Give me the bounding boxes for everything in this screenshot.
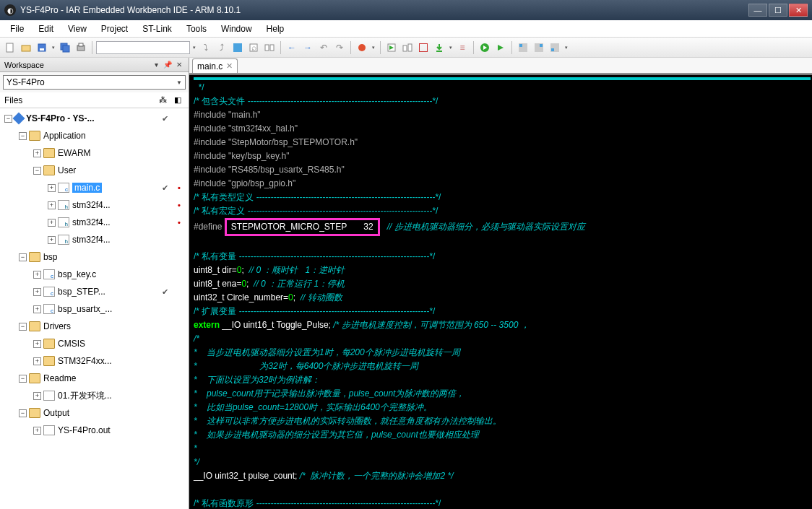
tree-expander[interactable]: −: [19, 253, 27, 261]
panel-pin-button[interactable]: 📌: [163, 60, 173, 70]
tree-row[interactable]: +STM32F4xx...: [0, 352, 189, 370]
toggle-breakpoint-button[interactable]: [355, 40, 369, 55]
tree-expander[interactable]: −: [19, 375, 27, 383]
tree-row[interactable]: −User: [0, 162, 189, 179]
compile-button[interactable]: [384, 40, 399, 55]
tree-row[interactable]: +main.c✔•: [0, 179, 189, 196]
tree-expander[interactable]: +: [33, 149, 41, 157]
view-dropdown[interactable]: ▾: [563, 40, 569, 55]
save-button[interactable]: [35, 40, 49, 55]
find-next-button[interactable]: ⤵: [199, 40, 213, 55]
save-all-button[interactable]: [58, 40, 72, 55]
toggle-bookmark-button[interactable]: [230, 40, 245, 55]
tree-row[interactable]: −Drivers: [0, 318, 189, 335]
tree-status-cell: [158, 129, 171, 142]
tree-row[interactable]: +stm32f4...•: [0, 196, 189, 214]
tree-expander[interactable]: +: [33, 427, 41, 435]
stop-build-button[interactable]: [416, 40, 431, 55]
tree-status-cell: [173, 285, 186, 298]
tab-close-icon[interactable]: ✕: [226, 61, 233, 71]
tree-expander[interactable]: +: [33, 357, 41, 365]
menu-help[interactable]: Help: [259, 22, 292, 36]
tree-row[interactable]: −Output: [0, 404, 189, 422]
nav-down-button[interactable]: ↷: [332, 40, 347, 55]
debug-run-button[interactable]: [478, 40, 492, 55]
find-in-files-button[interactable]: ⌕: [246, 40, 261, 55]
tree-row[interactable]: −bsp: [0, 248, 189, 266]
workspace-selector[interactable]: YS-F4Pro ▼: [3, 75, 186, 90]
menu-window[interactable]: Window: [214, 22, 259, 36]
view-1-button[interactable]: [516, 40, 530, 55]
save-dropdown[interactable]: ▾: [51, 40, 56, 55]
menu-edit[interactable]: Edit: [31, 22, 61, 36]
download-button[interactable]: [432, 40, 446, 55]
files-options-button[interactable]: ◧: [171, 95, 184, 106]
tree-expander[interactable]: −: [19, 409, 27, 417]
view-2-button[interactable]: [532, 40, 546, 55]
tree-status-cell: •: [173, 216, 186, 229]
tree-row[interactable]: −Readme: [0, 370, 189, 387]
search-dropdown[interactable]: ▾: [191, 40, 197, 55]
code-editor[interactable]: */ /* 包含头文件 ----------------------------…: [189, 74, 812, 509]
nav-back-button[interactable]: ←: [285, 40, 299, 55]
tree-status-cell: [173, 164, 186, 177]
svg-rect-0: [7, 43, 13, 52]
file-c-icon: [58, 183, 69, 193]
make-button[interactable]: [400, 40, 415, 55]
menu-file[interactable]: File: [3, 22, 31, 36]
menu-stlink[interactable]: ST-Link: [135, 22, 179, 36]
maximize-button[interactable]: ☐: [769, 4, 787, 17]
download-dropdown[interactable]: ▾: [448, 40, 454, 55]
tree-expander[interactable]: +: [48, 184, 56, 192]
tree-expander[interactable]: +: [33, 392, 41, 400]
open-file-button[interactable]: [19, 40, 33, 55]
tree-expander[interactable]: +: [33, 305, 41, 313]
minimize-button[interactable]: —: [748, 4, 767, 17]
tree-row[interactable]: +01.开发环境...: [0, 387, 189, 404]
tree-row[interactable]: +bsp_STEP...✔: [0, 283, 189, 300]
tree-expander[interactable]: −: [19, 132, 27, 140]
files-config-button[interactable]: ⁂: [156, 95, 169, 106]
replace-button[interactable]: [262, 40, 277, 55]
tree-expander[interactable]: +: [33, 288, 41, 296]
file-tree[interactable]: −YS-F4Pro - YS-...✔−Application+EWARM−Us…: [0, 108, 189, 509]
tree-row[interactable]: +stm32f4...•: [0, 214, 189, 231]
breakpoint-dropdown[interactable]: ▾: [371, 40, 376, 55]
tree-row[interactable]: −Application: [0, 127, 189, 144]
tree-row[interactable]: +EWARM: [0, 144, 189, 162]
tree-expander[interactable]: +: [48, 219, 56, 227]
close-button[interactable]: ✕: [789, 4, 808, 17]
tree-row[interactable]: +bsp_usartx_...: [0, 300, 189, 318]
tree-row[interactable]: −YS-F4Pro - YS-...✔: [0, 110, 189, 127]
tree-expander[interactable]: +: [33, 271, 41, 279]
svg-rect-11: [265, 45, 269, 51]
tree-row[interactable]: +stm32f4...: [0, 231, 189, 248]
new-file-button[interactable]: [3, 40, 17, 55]
nav-forward-button[interactable]: →: [301, 40, 315, 55]
toolbar-search-input[interactable]: [96, 41, 190, 54]
menu-view[interactable]: View: [61, 22, 94, 36]
tree-expander[interactable]: +: [33, 340, 41, 348]
debug-run-nobreak-button[interactable]: [493, 40, 508, 55]
tree-expander[interactable]: +: [48, 201, 56, 209]
tree-row[interactable]: +bsp_key.c: [0, 266, 189, 283]
tree-expander[interactable]: −: [33, 167, 41, 175]
tree-row[interactable]: +CMSIS: [0, 335, 189, 352]
file-c-icon: [43, 269, 55, 279]
menubar: File Edit View Project ST-Link Tools Win…: [0, 20, 812, 38]
debug-settings-button[interactable]: ≡: [455, 40, 470, 55]
tree-expander[interactable]: −: [19, 323, 27, 331]
nav-up-button[interactable]: ↶: [316, 40, 331, 55]
tree-expander[interactable]: +: [48, 236, 56, 244]
print-button[interactable]: [74, 40, 88, 55]
tree-row[interactable]: +YS-F4Pro.out: [0, 422, 189, 439]
panel-menu-button[interactable]: ▾: [151, 60, 161, 70]
tree-expander[interactable]: −: [4, 115, 12, 123]
view-3-button[interactable]: [548, 40, 562, 55]
find-prev-button[interactable]: ⤴: [215, 40, 229, 55]
editor-tab-main[interactable]: main.c ✕: [192, 58, 238, 73]
menu-tools[interactable]: Tools: [179, 22, 214, 36]
menu-project[interactable]: Project: [94, 22, 135, 36]
folder-icon: [29, 321, 40, 331]
panel-close-button[interactable]: ✕: [174, 60, 184, 70]
